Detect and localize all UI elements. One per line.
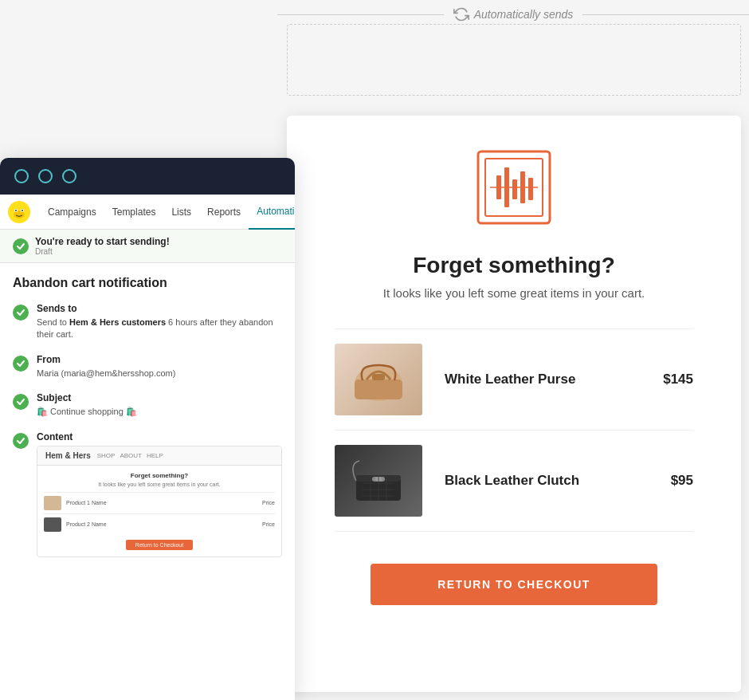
nav-item-campaigns[interactable]: Campaigns — [40, 195, 104, 230]
section-from: From Maria (maria@hem&hersshop.com) — [13, 354, 282, 379]
preview-brand-name: Hem & Hers — [45, 451, 91, 460]
product-thumb-2 — [335, 445, 422, 517]
product-list: White Leather Purse $145 — [335, 328, 693, 532]
svg-rect-10 — [372, 374, 385, 380]
auto-sends-banner: Automatically sends — [277, 0, 749, 29]
status-check-icon — [13, 238, 29, 254]
sends-to-detail: Send to Hem & Hers customers 6 hours aft… — [37, 317, 282, 341]
preview-product-price-1: Price — [262, 500, 275, 505]
subject-label: Subject — [37, 392, 137, 403]
preview-product-price-2: Price — [262, 521, 275, 527]
preview-header: Hem & Hers SHOP ABOUT HELP — [37, 446, 281, 466]
sends-to-body: Sends to Send to Hem & Hers customers 6 … — [37, 303, 282, 341]
window-dots — [0, 158, 295, 195]
brand-logo-wrap — [474, 147, 554, 230]
mailchimp-panel: Campaigns Templates Lists Reports Automa… — [0, 158, 295, 700]
status-text: You're ready to start sending! Draft — [35, 236, 170, 256]
product-name-1: White Leather Purse — [445, 372, 575, 387]
svg-point-26 — [22, 210, 23, 211]
preview-nav-about: ABOUT — [120, 452, 142, 459]
from-check — [13, 356, 29, 372]
mc-nav: Campaigns Templates Lists Reports Automa… — [0, 195, 295, 230]
email-preview-panel: Forget something? It looks like you left… — [287, 116, 741, 692]
section-sends-to: Sends to Send to Hem & Hers customers 6 … — [13, 303, 282, 341]
top-dashed-box — [287, 24, 741, 96]
from-body: From Maria (maria@hem&hersshop.com) — [37, 354, 175, 379]
product-name-2: Black Leather Clutch — [445, 473, 579, 488]
product-item-1: White Leather Purse $145 — [335, 328, 693, 430]
status-sub: Draft — [35, 247, 170, 256]
preview-product-name-1: Product 1 Name — [61, 500, 262, 505]
product-price-1: $145 — [647, 372, 693, 387]
nav-item-reports[interactable]: Reports — [199, 195, 249, 230]
preview-checkout-btn: Return to Checkout — [126, 540, 193, 550]
brand-logo — [474, 147, 554, 227]
content-body: Content Hem & Hers SHOP ABOUT HELP Forge… — [37, 431, 282, 557]
preview-product-thumb-2 — [44, 517, 61, 532]
mc-logo — [6, 199, 32, 225]
mc-nav-items: Campaigns Templates Lists Reports Automa… — [40, 195, 295, 230]
product-info-2: Black Leather Clutch — [422, 473, 655, 489]
svg-rect-4 — [512, 179, 517, 199]
banner-line-right — [582, 14, 749, 15]
preview-product-row-1: Product 1 Name Price — [44, 492, 275, 513]
product-info-1: White Leather Purse — [422, 372, 647, 387]
window-dot-3 — [62, 169, 76, 183]
purse-svg — [347, 352, 410, 407]
svg-rect-6 — [528, 178, 533, 200]
product-price-2: $95 — [655, 473, 693, 489]
section-content: Content Hem & Hers SHOP ABOUT HELP Forge… — [13, 431, 282, 557]
auto-sends-text-wrap: Automatically sends — [444, 6, 583, 22]
nav-item-automation[interactable]: Automation — [249, 195, 295, 230]
svg-point-25 — [15, 210, 17, 211]
content-preview: Hem & Hers SHOP ABOUT HELP Forget someth… — [37, 446, 282, 557]
mc-content: Abandon cart notification Sends to Send … — [0, 263, 295, 700]
email-heading: Forget something? — [413, 253, 615, 278]
auto-sends-label: Automatically sends — [474, 8, 574, 21]
sync-icon — [453, 6, 469, 22]
preview-product-name-2: Product 2 Name — [61, 521, 262, 527]
subject-detail: 🛍️ Continue shopping 🛍️ — [37, 406, 137, 418]
product-thumb-1 — [335, 344, 422, 415]
product-item-2: Black Leather Clutch $95 — [335, 430, 693, 532]
preview-body: Forget something? It looks like you left… — [37, 466, 281, 556]
from-detail: Maria (maria@hem&hersshop.com) — [37, 368, 175, 379]
svg-rect-9 — [355, 379, 402, 399]
sends-to-label: Sends to — [37, 303, 282, 314]
nav-item-lists[interactable]: Lists — [163, 195, 199, 230]
window-dot-2 — [38, 169, 53, 183]
preview-product-thumb-1 — [44, 496, 61, 510]
mc-status-bar: You're ready to start sending! Draft — [0, 230, 295, 263]
from-label: From — [37, 354, 175, 365]
preview-nav: SHOP ABOUT HELP — [97, 452, 163, 459]
status-title: You're ready to start sending! — [35, 236, 170, 247]
subject-body: Subject 🛍️ Continue shopping 🛍️ — [37, 392, 137, 418]
banner-line-left — [277, 14, 444, 15]
preview-nav-shop: SHOP — [97, 452, 116, 459]
preview-product-row-2: Product 2 Name Price — [44, 513, 275, 535]
checkout-button[interactable]: RETURN TO CHECKOUT — [371, 564, 657, 605]
content-label: Content — [37, 431, 282, 442]
sends-to-check — [13, 305, 29, 321]
window-dot-1 — [14, 169, 29, 183]
preview-subtext: It looks like you left some great items … — [44, 482, 275, 487]
section-subject: Subject 🛍️ Continue shopping 🛍️ — [13, 392, 282, 418]
email-subheading: It looks like you left some great items … — [383, 286, 645, 300]
preview-nav-help: HELP — [147, 452, 163, 459]
preview-heading: Forget something? — [44, 472, 275, 479]
subject-check — [13, 394, 29, 410]
campaign-title: Abandon cart notification — [13, 276, 282, 290]
nav-item-templates[interactable]: Templates — [104, 195, 164, 230]
clutch-svg — [347, 453, 410, 509]
content-check — [13, 433, 29, 449]
